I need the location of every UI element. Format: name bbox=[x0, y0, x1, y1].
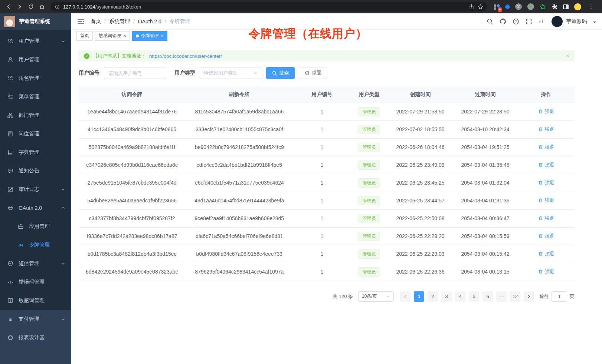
sidebar-item-report[interactable]: 报表设计器 bbox=[0, 328, 71, 347]
application-icon bbox=[18, 224, 24, 229]
address-bar[interactable]: 127.0.0.1:1024/system/oauth2/token bbox=[50, 2, 487, 11]
user-menu-caret-icon[interactable] bbox=[593, 21, 596, 23]
page-ellipsis[interactable]: ··· bbox=[496, 291, 507, 302]
page-button-4[interactable]: 4 bbox=[455, 291, 465, 302]
close-icon[interactable]: × bbox=[123, 33, 126, 38]
force-logout-label: 强退 bbox=[544, 197, 554, 204]
back-icon[interactable] bbox=[3, 1, 14, 12]
sidebar-collapse-icon[interactable] bbox=[77, 18, 85, 25]
breadcrumb-item[interactable]: OAuth 2.0 bbox=[138, 19, 161, 24]
sidebar-item-post[interactable]: 岗位管理 bbox=[0, 125, 71, 143]
tab[interactable]: 首页 bbox=[76, 31, 93, 41]
alert-close-icon[interactable]: × bbox=[566, 53, 569, 59]
page-button-6[interactable]: 6 bbox=[482, 291, 493, 302]
search-button[interactable]: 搜索 bbox=[266, 67, 295, 79]
sidebar-item-dept[interactable]: 部门管理 bbox=[0, 106, 71, 125]
search-icon[interactable] bbox=[487, 18, 493, 25]
sidebar-item-oauth[interactable]: OAuth 2.0 bbox=[0, 199, 71, 217]
sidebar-item-tenant[interactable]: 租户管理 bbox=[0, 32, 71, 50]
column-header: 操作 bbox=[518, 86, 575, 103]
bookmark-star-icon[interactable] bbox=[478, 4, 483, 10]
next-page-button[interactable] bbox=[524, 291, 534, 302]
green-star-extension-icon[interactable] bbox=[540, 4, 546, 10]
extensions-area: 9 ⌘ ⋮ bbox=[490, 3, 599, 10]
gem-extension-icon[interactable] bbox=[505, 4, 511, 10]
force-logout-button[interactable]: 强退 bbox=[538, 126, 554, 133]
table-header-row: 访问令牌刷新令牌用户编号用户类型创建时间过期时间操作 bbox=[79, 86, 575, 103]
page-size-select[interactable]: 10条/页 bbox=[358, 291, 394, 302]
grid-extension-icon[interactable]: 9 bbox=[494, 4, 500, 10]
force-logout-button[interactable]: 强退 bbox=[538, 108, 554, 115]
sidebar-item-application[interactable]: 应用管理 bbox=[0, 217, 71, 236]
force-logout-button[interactable]: 强退 bbox=[538, 179, 554, 186]
close-icon[interactable]: × bbox=[161, 33, 164, 38]
user-type-select[interactable]: 请选择用户类型 bbox=[200, 67, 262, 79]
command-extension-icon[interactable]: ⌘ bbox=[515, 3, 522, 10]
sidebar-item-notice[interactable]: 通知公告 bbox=[0, 162, 71, 180]
force-logout-label: 强退 bbox=[544, 108, 554, 115]
sidebar-item-audit[interactable]: 审计日志 bbox=[0, 180, 71, 199]
sidebar-item-label: 租户管理 bbox=[19, 38, 39, 44]
help-icon[interactable]: ? bbox=[513, 18, 519, 25]
force-logout-button[interactable]: 强退 bbox=[538, 215, 554, 222]
sidebar-item-label: 短信管理 bbox=[19, 260, 39, 267]
goto-page-input[interactable] bbox=[552, 291, 567, 302]
force-logout-button[interactable]: 强退 bbox=[538, 233, 554, 239]
home-icon[interactable] bbox=[36, 1, 48, 12]
github-icon[interactable] bbox=[500, 18, 506, 25]
access-token-cell: 502375b8040a469a9b82188afdf6af1f bbox=[79, 138, 185, 156]
share-icon[interactable] bbox=[469, 4, 474, 10]
page-button-2[interactable]: 2 bbox=[428, 291, 438, 302]
sidebar-item-errorcode[interactable]: </> 错误码管理 bbox=[0, 273, 71, 291]
sidebar-item-sensitive[interactable]: 敏感词管理 bbox=[0, 291, 71, 310]
created-time-cell: 2022-06-25 23:49:09 bbox=[388, 156, 453, 174]
page-button-1[interactable]: 1 bbox=[414, 291, 424, 302]
side-panel-icon[interactable] bbox=[563, 4, 569, 9]
profile-avatar[interactable] bbox=[574, 3, 581, 10]
site-info-icon[interactable] bbox=[55, 4, 60, 9]
tab[interactable]: 敏感词管理 × bbox=[95, 31, 130, 41]
doc-link[interactable]: https://doc.iocoder.cn/user-center/ bbox=[149, 53, 222, 59]
sidebar-item-pay[interactable]: ¥ 支付管理 bbox=[0, 310, 71, 328]
page-content: ✓ 【用户体系】文档地址： https://doc.iocoder.cn/use… bbox=[71, 42, 602, 364]
recorder-extension-icon[interactable] bbox=[527, 3, 534, 10]
force-logout-button[interactable]: 强退 bbox=[538, 251, 554, 257]
sidebar-item-role[interactable]: 角色管理 bbox=[0, 69, 71, 87]
fullscreen-icon[interactable] bbox=[526, 18, 532, 25]
trash-icon bbox=[538, 269, 543, 274]
force-logout-button[interactable]: 强退 bbox=[538, 162, 554, 168]
username[interactable]: 芋道源码 bbox=[566, 18, 587, 25]
search-button-label: 搜索 bbox=[279, 70, 289, 76]
sidebar-item-dict[interactable]: 字典管理 bbox=[0, 143, 71, 162]
extensions-puzzle-icon[interactable] bbox=[552, 4, 557, 10]
user-id-input[interactable] bbox=[104, 67, 166, 79]
force-logout-button[interactable]: 强退 bbox=[538, 268, 554, 275]
forward-icon[interactable] bbox=[14, 1, 25, 12]
errorcode-icon: </> bbox=[7, 279, 13, 285]
page-button-3[interactable]: 3 bbox=[441, 291, 452, 302]
sidebar-item-user[interactable]: 用户管理 bbox=[0, 50, 71, 69]
app-logo[interactable]: 芋道管理系统 bbox=[0, 13, 71, 30]
page-button-12[interactable]: 12 bbox=[510, 291, 520, 302]
force-logout-button[interactable]: 强退 bbox=[538, 197, 554, 204]
tab[interactable]: 令牌管理 × bbox=[132, 31, 168, 41]
browser-menu-icon[interactable]: ⋮ bbox=[587, 3, 595, 10]
page-button-5[interactable]: 5 bbox=[469, 291, 479, 302]
token-icon: (A) bbox=[18, 242, 24, 248]
breadcrumb-item[interactable]: 系统管理 bbox=[109, 18, 130, 25]
font-size-icon[interactable]: TT bbox=[539, 18, 545, 25]
prev-page-button[interactable] bbox=[400, 291, 410, 302]
user-avatar[interactable] bbox=[552, 16, 563, 27]
sidebar-item-menu[interactable]: 菜单管理 bbox=[0, 87, 71, 106]
reload-icon[interactable] bbox=[25, 1, 36, 12]
sidebar-item-sms[interactable]: 短信管理 bbox=[0, 254, 71, 273]
force-logout-label: 强退 bbox=[544, 268, 554, 275]
alert-text: 【用户体系】文档地址： bbox=[93, 53, 146, 59]
breadcrumb-item[interactable]: 首页 bbox=[91, 18, 101, 25]
user-type-placeholder: 请选择用户类型 bbox=[204, 70, 238, 76]
table-row: 6d842e2924594de9a09e45e087323abe 8796295… bbox=[79, 263, 575, 281]
reset-button[interactable]: 重置 bbox=[299, 67, 327, 79]
sidebar-item-token[interactable]: (A) 令牌管理 bbox=[0, 236, 71, 254]
access-token-cell: 41c41346a548490f9dc8b01c6bfe0865 bbox=[79, 120, 185, 138]
force-logout-button[interactable]: 强退 bbox=[538, 144, 554, 150]
